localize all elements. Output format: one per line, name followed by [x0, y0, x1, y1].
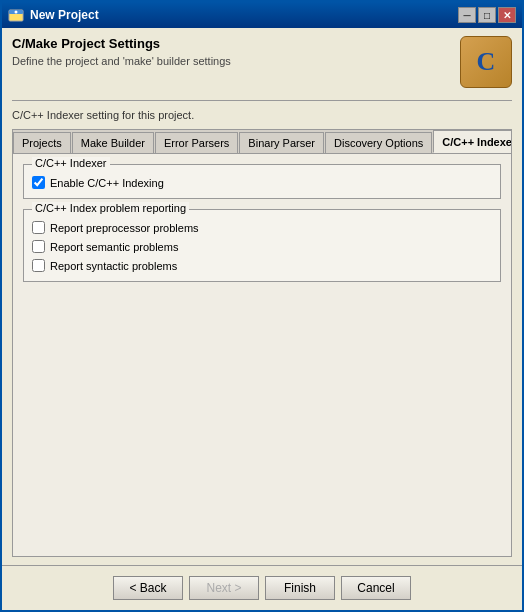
minimize-button[interactable]: ─: [458, 7, 476, 23]
report-preprocessor-label: Report preprocessor problems: [50, 222, 199, 234]
report-semantic-row: Report semantic problems: [32, 239, 492, 254]
indexer-group: C/C++ Indexer Enable C/C++ Indexing: [23, 164, 501, 199]
header-text: C/Make Project Settings Define the proje…: [12, 36, 460, 67]
back-button[interactable]: < Back: [113, 576, 183, 600]
svg-point-2: [15, 11, 18, 14]
cancel-button[interactable]: Cancel: [341, 576, 411, 600]
window-title: New Project: [30, 8, 99, 22]
window-icon: [8, 7, 24, 23]
tab-bar: Projects Make Builder Error Parsers Bina…: [13, 130, 511, 154]
report-preprocessor-checkbox[interactable]: [32, 221, 45, 234]
tab-projects[interactable]: Projects: [13, 132, 71, 153]
next-button[interactable]: Next >: [189, 576, 259, 600]
bottom-bar: < Back Next > Finish Cancel: [2, 565, 522, 610]
new-project-window: New Project ─ □ ✕ C/Make Project Setting…: [0, 0, 524, 612]
problem-reporting-title: C/C++ Index problem reporting: [32, 202, 189, 214]
report-syntactic-checkbox[interactable]: [32, 259, 45, 272]
tab-discovery-options[interactable]: Discovery Options: [325, 132, 432, 153]
tab-error-parsers[interactable]: Error Parsers: [155, 132, 238, 153]
maximize-button[interactable]: □: [478, 7, 496, 23]
tabs-container: Projects Make Builder Error Parsers Bina…: [12, 129, 512, 557]
indexer-group-title: C/C++ Indexer: [32, 157, 110, 169]
enable-indexing-checkbox[interactable]: [32, 176, 45, 189]
main-content: C/Make Project Settings Define the proje…: [2, 28, 522, 565]
header-section: C/Make Project Settings Define the proje…: [12, 36, 512, 88]
report-syntactic-row: Report syntactic problems: [32, 258, 492, 273]
report-semantic-checkbox[interactable]: [32, 240, 45, 253]
report-preprocessor-row: Report preprocessor problems: [32, 220, 492, 235]
c-language-icon: [460, 36, 512, 88]
window-controls: ─ □ ✕: [458, 7, 516, 23]
description-text: C/C++ Indexer setting for this project.: [12, 109, 512, 121]
header-divider: [12, 100, 512, 101]
header-title: C/Make Project Settings: [12, 36, 460, 51]
tab-make-builder[interactable]: Make Builder: [72, 132, 154, 153]
tab-binary-parser[interactable]: Binary Parser: [239, 132, 324, 153]
close-button[interactable]: ✕: [498, 7, 516, 23]
finish-button[interactable]: Finish: [265, 576, 335, 600]
enable-indexing-label: Enable C/C++ Indexing: [50, 177, 164, 189]
header-subtitle: Define the project and 'make' builder se…: [12, 55, 460, 67]
title-bar: New Project ─ □ ✕: [2, 2, 522, 28]
report-syntactic-label: Report syntactic problems: [50, 260, 177, 272]
tab-cpp-indexer[interactable]: C/C++ Indexer: [433, 130, 511, 153]
report-semantic-label: Report semantic problems: [50, 241, 178, 253]
enable-indexing-row: Enable C/C++ Indexing: [32, 175, 492, 190]
problem-reporting-group: C/C++ Index problem reporting Report pre…: [23, 209, 501, 282]
tab-content-cpp-indexer: C/C++ Indexer Enable C/C++ Indexing C/C+…: [13, 154, 511, 556]
